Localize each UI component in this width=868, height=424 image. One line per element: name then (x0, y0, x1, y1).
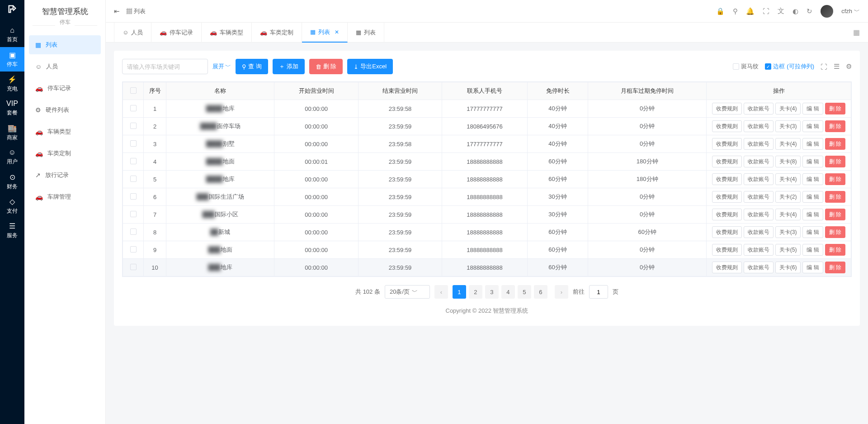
density-icon[interactable]: ☰ (834, 62, 840, 71)
edit-button[interactable]: 编 辑 (802, 262, 823, 273)
nav-用户[interactable]: ☺用户 (0, 145, 24, 169)
row-delete-button[interactable]: 删 除 (825, 191, 845, 203)
gate-button[interactable]: 关卡(8) (775, 156, 801, 167)
nav-商家[interactable]: 🏬商家 (0, 120, 24, 145)
row-checkbox[interactable] (130, 229, 137, 235)
tab-列表[interactable]: ▦列表 (348, 23, 384, 43)
row-delete-button[interactable]: 删 除 (825, 156, 845, 167)
pager-next[interactable]: › (555, 285, 568, 299)
rule-button[interactable]: 收费规则 (712, 226, 742, 238)
page-size-select[interactable]: 20条/页﹀ (385, 285, 430, 299)
rule-button[interactable]: 收费规则 (712, 209, 742, 220)
row-checkbox[interactable] (130, 246, 137, 252)
rule-button[interactable]: 收费规则 (712, 156, 742, 167)
row-delete-button[interactable]: 删 除 (825, 173, 845, 185)
fullscreen-icon[interactable]: ⛶ (763, 7, 769, 15)
row-checkbox[interactable] (130, 264, 137, 270)
rule-button[interactable]: 收费规则 (712, 262, 742, 273)
edit-button[interactable]: 编 辑 (802, 103, 823, 114)
user-menu[interactable]: cfzh ﹀ (841, 7, 860, 15)
gate-button[interactable]: 关卡(3) (775, 120, 801, 132)
edit-button[interactable]: 编 辑 (802, 138, 823, 150)
theme-icon[interactable]: ◐ (793, 7, 798, 15)
account-button[interactable]: 收款账号 (744, 120, 774, 132)
row-delete-button[interactable]: 删 除 (825, 138, 845, 150)
avatar[interactable] (821, 5, 833, 18)
account-button[interactable]: 收款账号 (744, 156, 774, 167)
menu-列表[interactable]: ▦列表 (29, 35, 101, 54)
bell-icon[interactable]: 🔔 (746, 7, 755, 15)
lock-icon[interactable]: 🔒 (716, 7, 725, 15)
account-button[interactable]: 收款账号 (744, 191, 774, 203)
expand-link[interactable]: 展开 ﹀ (212, 62, 231, 71)
settings-icon[interactable]: ⚙ (846, 62, 852, 71)
edit-button[interactable]: 编 辑 (802, 173, 823, 185)
nav-支付[interactable]: ◇支付 (0, 194, 24, 218)
account-button[interactable]: 收款账号 (744, 209, 774, 220)
account-button[interactable]: 收款账号 (744, 244, 774, 256)
menu-停车记录[interactable]: 🚗停车记录 (29, 79, 101, 98)
gate-button[interactable]: 关卡(4) (775, 138, 801, 150)
add-button[interactable]: ＋ 添加 (273, 59, 305, 74)
account-button[interactable]: 收款账号 (744, 138, 774, 150)
rule-button[interactable]: 收费规则 (712, 244, 742, 256)
rule-button[interactable]: 收费规则 (712, 120, 742, 132)
select-all-checkbox[interactable] (130, 87, 137, 94)
row-checkbox[interactable] (130, 140, 137, 147)
nav-服务[interactable]: ☰服务 (0, 218, 24, 243)
tab-车类定制[interactable]: 🚗车类定制 (252, 23, 302, 43)
export-button[interactable]: ⤓ 导出Excel (347, 59, 393, 74)
collapse-icon[interactable]: ⇤ (114, 7, 120, 15)
gate-button[interactable]: 关卡(4) (775, 173, 801, 185)
account-button[interactable]: 收款账号 (744, 226, 774, 238)
gate-button[interactable]: 关卡(3) (775, 226, 801, 238)
refresh-icon[interactable]: ↻ (807, 7, 812, 15)
account-button[interactable]: 收款账号 (744, 173, 774, 185)
nav-首页[interactable]: ⌂首页 (0, 23, 24, 47)
border-checkbox[interactable]: ✓ 边框 (可拉伸列) (765, 62, 814, 71)
search-input[interactable] (122, 59, 208, 74)
pager-prev[interactable]: ‹ (434, 285, 448, 299)
fullscreen-icon[interactable]: ⛶ (821, 63, 827, 71)
menu-车辆类型[interactable]: 🚗车辆类型 (29, 122, 101, 141)
delete-button[interactable]: 🗑 删 除 (309, 59, 343, 74)
row-checkbox[interactable] (130, 158, 137, 164)
nav-停车[interactable]: ▣停车 (0, 47, 24, 71)
edit-button[interactable]: 编 辑 (802, 244, 823, 256)
tab-人员[interactable]: ☺人员 (114, 23, 151, 43)
menu-硬件列表[interactable]: ⚙硬件列表 (29, 100, 101, 119)
edit-button[interactable]: 编 辑 (802, 226, 823, 238)
edit-button[interactable]: 编 辑 (802, 191, 823, 203)
search-icon[interactable]: ⚲ (733, 7, 738, 15)
rule-button[interactable]: 收费规则 (712, 173, 742, 185)
grid-icon[interactable]: ▦ (853, 28, 860, 37)
row-checkbox[interactable] (130, 176, 137, 182)
row-checkbox[interactable] (130, 105, 137, 111)
nav-套餐[interactable]: VIP套餐 (0, 96, 24, 120)
rule-button[interactable]: 收费规则 (712, 138, 742, 150)
menu-放行记录[interactable]: ↗放行记录 (29, 166, 101, 185)
row-delete-button[interactable]: 删 除 (825, 209, 845, 220)
row-delete-button[interactable]: 删 除 (825, 244, 845, 256)
pager-page-3[interactable]: 3 (485, 285, 499, 299)
menu-车牌管理[interactable]: 🚗车牌管理 (29, 187, 101, 206)
gate-button[interactable]: 关卡(4) (775, 103, 801, 114)
goto-input[interactable] (589, 285, 608, 299)
row-delete-button[interactable]: 删 除 (825, 226, 845, 238)
tab-列表[interactable]: ▦列表✕ (302, 23, 348, 43)
menu-人员[interactable]: ☺人员 (29, 57, 101, 76)
rule-button[interactable]: 收费规则 (712, 191, 742, 203)
row-delete-button[interactable]: 删 除 (825, 262, 845, 273)
edit-button[interactable]: 编 辑 (802, 156, 823, 167)
row-checkbox[interactable] (130, 123, 137, 129)
tab-停车记录[interactable]: 🚗停车记录 (151, 23, 202, 43)
tab-车辆类型[interactable]: 🚗车辆类型 (202, 23, 252, 43)
pager-page-1[interactable]: 1 (453, 285, 466, 299)
gate-button[interactable]: 关卡(6) (775, 262, 801, 273)
gate-button[interactable]: 关卡(4) (775, 209, 801, 220)
row-delete-button[interactable]: 删 除 (825, 103, 845, 114)
pager-page-6[interactable]: 6 (534, 285, 547, 299)
row-checkbox[interactable] (130, 211, 137, 217)
edit-button[interactable]: 编 辑 (802, 120, 823, 132)
account-button[interactable]: 收款账号 (744, 262, 774, 273)
